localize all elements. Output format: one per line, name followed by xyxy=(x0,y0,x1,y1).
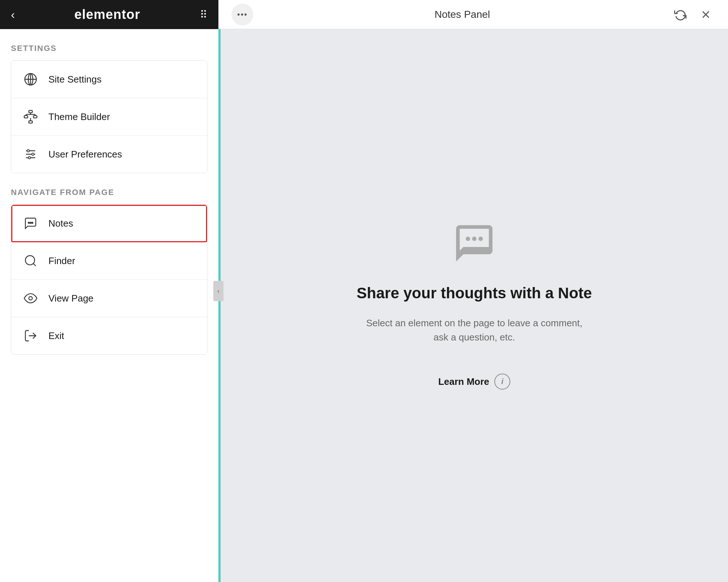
svg-point-19 xyxy=(28,222,29,223)
svg-rect-7 xyxy=(29,121,32,123)
panel-content: SETTINGS Site Settings xyxy=(0,29,218,582)
globe-icon xyxy=(21,70,40,88)
navigate-menu-group: Notes Finder View Page xyxy=(11,204,207,355)
header-actions xyxy=(671,5,715,24)
notes-label: Notes xyxy=(48,218,73,229)
notes-heading: Share your thoughts with a Note xyxy=(357,283,592,303)
menu-item-finder[interactable]: Finder xyxy=(11,242,207,280)
notes-panel-body: Share your thoughts with a Note Select a… xyxy=(221,29,728,582)
notes-big-chat-icon xyxy=(452,222,496,265)
left-panel: ‹ elementor ⠿ SETTINGS Site Settings xyxy=(0,0,218,582)
svg-point-30 xyxy=(479,236,483,241)
menu-item-user-preferences[interactable]: User Preferences xyxy=(11,136,207,173)
notes-subtext: Select an element on the page to leave a… xyxy=(365,316,583,344)
svg-rect-5 xyxy=(24,116,28,118)
svg-point-28 xyxy=(466,236,470,241)
user-preferences-label: User Preferences xyxy=(48,149,122,160)
navigate-section-label: NAVIGATE FROM PAGE xyxy=(11,188,207,197)
menu-item-notes[interactable]: Notes xyxy=(11,205,207,242)
svg-point-18 xyxy=(28,156,31,159)
learn-more-button[interactable]: Learn More i xyxy=(438,374,510,390)
svg-point-22 xyxy=(25,256,35,265)
settings-menu-group: Site Settings Theme xyxy=(11,60,207,173)
svg-point-17 xyxy=(32,153,34,155)
svg-point-24 xyxy=(29,296,32,300)
notes-panel-title: Notes Panel xyxy=(435,9,490,20)
svg-point-29 xyxy=(472,236,476,241)
app-title: elementor xyxy=(74,7,140,22)
menu-item-theme-builder[interactable]: Theme Builder xyxy=(11,98,207,136)
sliders-icon xyxy=(21,145,40,163)
svg-rect-4 xyxy=(29,111,32,113)
view-page-label: View Page xyxy=(48,293,94,304)
menu-item-exit[interactable]: Exit xyxy=(11,317,207,354)
more-options-button[interactable]: ••• xyxy=(232,4,253,25)
back-button[interactable]: ‹ xyxy=(11,8,15,21)
info-icon: i xyxy=(494,374,510,390)
svg-point-16 xyxy=(27,150,29,152)
svg-point-20 xyxy=(30,222,31,223)
refresh-button[interactable] xyxy=(671,5,689,24)
notes-panel: ••• Notes Panel ‹ xyxy=(218,0,728,582)
learn-more-label: Learn More xyxy=(438,376,489,387)
close-button[interactable] xyxy=(697,5,715,24)
grid-button[interactable]: ⠿ xyxy=(200,9,207,21)
svg-rect-6 xyxy=(33,116,37,118)
exit-label: Exit xyxy=(48,330,64,342)
collapse-handle[interactable]: ‹ xyxy=(213,281,223,301)
eye-icon xyxy=(21,289,40,307)
exit-icon xyxy=(21,327,40,345)
chat-icon xyxy=(21,214,40,232)
menu-item-site-settings[interactable]: Site Settings xyxy=(11,61,207,98)
search-icon xyxy=(21,252,40,270)
top-bar: ‹ elementor ⠿ xyxy=(0,0,218,29)
finder-label: Finder xyxy=(48,255,75,267)
teal-accent xyxy=(218,29,221,582)
menu-item-view-page[interactable]: View Page xyxy=(11,280,207,317)
svg-line-23 xyxy=(33,263,36,266)
settings-section-label: SETTINGS xyxy=(11,44,207,53)
notes-panel-header: ••• Notes Panel xyxy=(218,0,728,29)
theme-builder-label: Theme Builder xyxy=(48,111,110,123)
hierarchy-icon xyxy=(21,108,40,126)
site-settings-label: Site Settings xyxy=(48,74,102,85)
svg-point-21 xyxy=(32,222,33,223)
